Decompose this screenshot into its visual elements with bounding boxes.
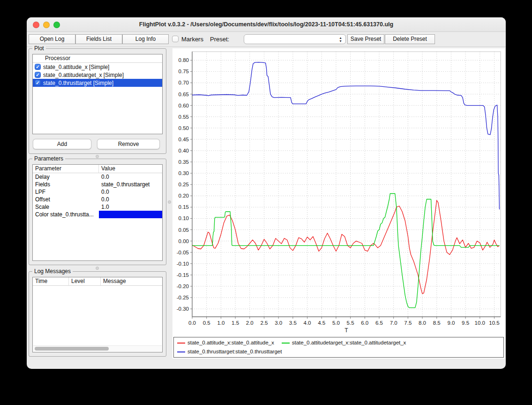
value-column-header[interactable]: Value [99, 165, 162, 173]
svg-text:0.20: 0.20 [179, 193, 189, 199]
svg-text:0.05: 0.05 [179, 227, 189, 233]
svg-text:-0.30: -0.30 [177, 306, 189, 312]
log-table-header: Time Level Message [33, 277, 162, 286]
svg-text:0.30: 0.30 [179, 170, 189, 176]
svg-text:0.75: 0.75 [179, 69, 189, 74]
row-checkbox[interactable]: ✓ [35, 72, 41, 78]
svg-text:0.00: 0.00 [179, 238, 189, 244]
processor-list-body: ✓state_0.attitude_x [Simple]✓state_0.att… [33, 63, 162, 87]
log-messages-panel-title: Log Messages [32, 268, 73, 275]
svg-text:5.0: 5.0 [332, 320, 340, 326]
svg-text:1.0: 1.0 [217, 320, 225, 326]
row-checkbox[interactable]: ✓ [35, 80, 41, 86]
legend-item: state_0.attitudetarget_x:state_0.attitud… [282, 338, 406, 347]
svg-text:4.5: 4.5 [318, 320, 325, 326]
svg-text:0.65: 0.65 [179, 92, 189, 97]
parameter-row[interactable]: Color state_0.thrustta... [33, 211, 162, 218]
parameters-panel-title: Parameters [32, 155, 65, 162]
save-preset-button[interactable]: Save Preset [347, 34, 384, 44]
parameter-name: Scale [33, 203, 99, 211]
parameter-name: Color state_0.thrustta... [33, 211, 99, 218]
parameter-value: 0.0 [99, 196, 162, 203]
level-column-header[interactable]: Level [69, 277, 101, 285]
svg-text:2.5: 2.5 [260, 320, 268, 326]
parameter-column-header[interactable]: Parameter [33, 165, 99, 173]
minimize-button-icon[interactable] [43, 22, 50, 28]
svg-text:3.5: 3.5 [289, 320, 297, 326]
open-log-button[interactable]: Open Log [29, 34, 75, 44]
legend-item: state_0.attitude_x:state_0.attitude_x [177, 338, 274, 347]
legend-label: state_0.attitude_x:state_0.attitude_x [187, 338, 274, 347]
close-button-icon[interactable] [33, 22, 39, 28]
legend-label: state_0.attitudetarget_x:state_0.attitud… [292, 338, 406, 347]
svg-text:10.5: 10.5 [489, 320, 499, 326]
delete-preset-button[interactable]: Delete Preset [385, 34, 435, 44]
title-bar: FlightPlot v.0.3.2 - /Users/oleg/Documen… [27, 17, 506, 32]
log-messages-table[interactable]: Time Level Message [32, 277, 163, 352]
toolbar: Open Log Fields List Log Info Markers Pr… [27, 32, 506, 47]
zoom-button-icon[interactable] [53, 22, 60, 28]
parameter-row[interactable]: Scale1.0 [33, 203, 162, 211]
splitter-handle[interactable] [96, 267, 99, 270]
row-checkbox[interactable]: ✓ [35, 64, 41, 70]
processor-row[interactable]: ✓state_0.attitude_x [Simple] [33, 63, 162, 71]
legend-line-icon [177, 352, 185, 352]
log-info-button[interactable]: Log Info [122, 34, 169, 44]
splitter-handle[interactable] [168, 200, 171, 204]
parameter-row[interactable]: Offset0.0 [33, 196, 162, 203]
remove-button[interactable]: Remove [97, 139, 160, 149]
parameters-table-body: Delay0.0Fieldsstate_0.thrusttargetLPF0.0… [33, 173, 162, 218]
processor-row-label: state_0.attitude_x [Simple] [43, 64, 109, 70]
parameters-table[interactable]: Parameter Value Delay0.0Fieldsstate_0.th… [32, 164, 163, 261]
combo-stepper-icon[interactable]: ▴▾ [337, 35, 344, 43]
chart-svg: 0.800.750.700.650.600.550.500.450.400.35… [172, 48, 505, 336]
chart-panel[interactable]: 0.800.750.700.650.600.550.500.450.400.35… [172, 48, 505, 359]
fields-list-button[interactable]: Fields List [75, 34, 122, 44]
svg-text:1.5: 1.5 [232, 320, 239, 326]
processor-column-header[interactable]: Processor [33, 54, 162, 63]
processor-row[interactable]: ✓state_0.thrusttarget [Simple] [33, 79, 162, 87]
color-swatch[interactable] [99, 211, 162, 218]
x-axis-label: T [345, 327, 348, 334]
preset-combobox[interactable]: ▴▾ [244, 34, 346, 44]
time-column-header[interactable]: Time [33, 277, 69, 285]
plot-panel: Plot Processor ✓state_0.attitude_x [Simp… [29, 48, 166, 154]
svg-text:-0.10: -0.10 [177, 261, 189, 267]
processor-row-label: state_0.thrusttarget [Simple] [43, 80, 113, 86]
message-column-header[interactable]: Message [101, 277, 162, 285]
markers-checkbox[interactable] [172, 36, 179, 42]
svg-text:-0.05: -0.05 [177, 250, 189, 255]
processor-row-label: state_0.attitudetarget_x [Simple] [43, 72, 124, 78]
plot-panel-title: Plot [32, 45, 46, 52]
svg-text:-0.15: -0.15 [177, 272, 189, 278]
parameter-value: 0.0 [99, 188, 162, 196]
svg-text:0.70: 0.70 [179, 80, 189, 85]
svg-text:7.5: 7.5 [404, 320, 412, 326]
traffic-lights [33, 22, 60, 28]
svg-text:9.5: 9.5 [462, 320, 469, 326]
preset-input[interactable] [247, 36, 335, 43]
svg-text:2.0: 2.0 [246, 320, 254, 326]
scrollbar-thumb[interactable] [35, 347, 109, 351]
svg-text:6.0: 6.0 [361, 320, 368, 326]
horizontal-scrollbar[interactable] [33, 345, 162, 352]
processor-row[interactable]: ✓state_0.attitudetarget_x [Simple] [33, 71, 162, 79]
parameter-name: LPF [33, 188, 99, 196]
svg-text:-0.20: -0.20 [177, 283, 189, 289]
parameter-value: state_0.thrusttarget [99, 181, 162, 188]
svg-text:0.50: 0.50 [179, 125, 189, 131]
parameter-row[interactable]: LPF0.0 [33, 188, 162, 196]
legend-item: state_0.thrusttarget:state_0.thrusttarge… [177, 347, 282, 356]
parameters-table-header: Parameter Value [33, 165, 162, 173]
svg-text:0.40: 0.40 [179, 148, 189, 153]
svg-text:8.0: 8.0 [419, 320, 426, 326]
svg-text:8.5: 8.5 [433, 320, 441, 326]
markers-label: Markers [181, 36, 203, 43]
processor-list[interactable]: Processor ✓state_0.attitude_x [Simple]✓s… [32, 54, 163, 134]
parameter-row[interactable]: Delay0.0 [33, 173, 162, 181]
svg-text:7.0: 7.0 [390, 320, 397, 326]
add-button[interactable]: Add [33, 139, 91, 149]
app-window: FlightPlot v.0.3.2 - /Users/oleg/Documen… [27, 17, 506, 369]
splitter-handle[interactable] [96, 155, 99, 158]
parameter-row[interactable]: Fieldsstate_0.thrusttarget [33, 181, 162, 188]
